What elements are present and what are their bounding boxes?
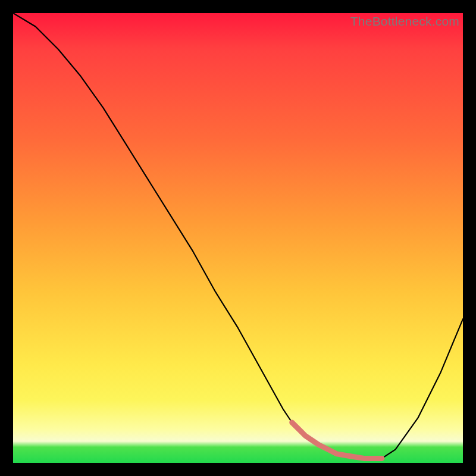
chart-frame: TheBottleneck.com xyxy=(0,0,476,476)
highlight-curve xyxy=(292,422,382,458)
main-curve xyxy=(13,13,463,458)
chart-svg xyxy=(13,13,463,463)
plot-area: TheBottleneck.com xyxy=(13,13,463,463)
